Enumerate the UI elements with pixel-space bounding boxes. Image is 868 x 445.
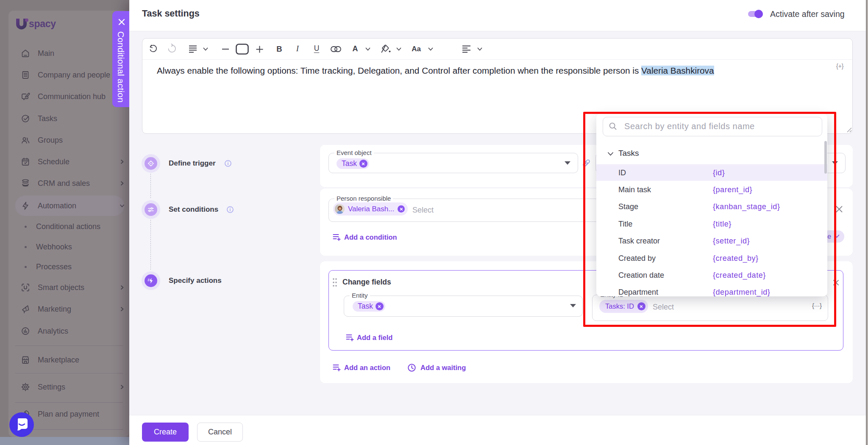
svg-text:spacy: spacy [29, 18, 56, 29]
